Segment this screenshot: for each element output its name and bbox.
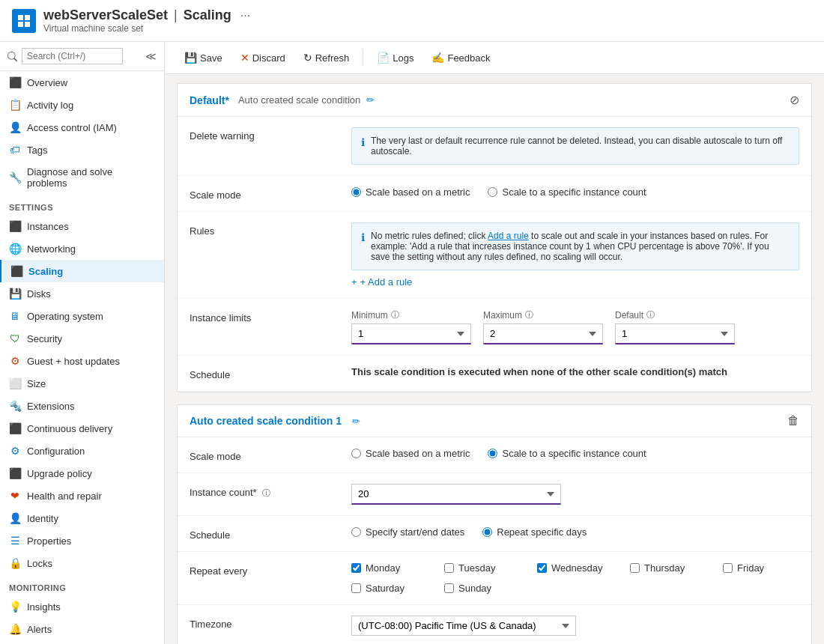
refresh-button[interactable]: ↻ Refresh [296,48,357,67]
sidebar-item-activity-log[interactable]: 📋 Activity log [0,94,164,116]
sidebar-item-upgrade-policy[interactable]: ⬛ Upgrade policy [0,462,164,484]
sidebar-item-diagnose[interactable]: 🔧 Diagnose and solve problems [0,161,164,194]
radio-specific-1[interactable] [488,187,497,197]
sidebar-item-disks[interactable]: 💾 Disks [0,282,164,305]
sidebar-item-label: Tags [27,145,47,156]
sidebar-item-label: Operating system [27,311,103,322]
saturday-label[interactable]: Saturday [351,583,426,594]
header-dots[interactable]: ··· [240,9,250,22]
tuesday-label[interactable]: Tuesday [444,562,519,574]
resource-name: webServerScaleSet [43,7,168,23]
sidebar-item-locks[interactable]: 🔒 Locks [0,552,164,574]
card1-subtitle: Auto created scale condition [238,94,360,106]
radio-metric-label-2[interactable]: Scale based on a metric [351,448,470,459]
radio-metric-1[interactable] [351,187,361,197]
sidebar-item-alerts[interactable]: 🔔 Alerts [0,618,164,640]
logs-icon: 📄 [377,52,390,64]
monday-checkbox[interactable] [351,563,361,573]
rules-label: Rules [190,222,339,237]
scale-condition-card-1: Default* Auto created scale condition ✏ … [177,83,812,392]
sidebar-item-label: Activity log [27,100,73,111]
min-select[interactable]: 123 [351,323,471,344]
page-header: webServerScaleSet | Scaling ··· Virtual … [0,0,824,42]
schedule-start-end-label[interactable]: Specify start/end dates [351,526,464,538]
sidebar-item-label: Size [27,378,46,389]
sunday-label[interactable]: Sunday [444,583,519,594]
default-group: Default ⓘ 12 [615,309,735,344]
sidebar-item-size[interactable]: ⬜ Size [0,372,164,395]
sunday-checkbox[interactable] [444,583,454,593]
upgrade-policy-icon: ⬛ [9,467,21,479]
sidebar-item-tags[interactable]: 🏷 Tags [0,139,164,161]
schedule-row-1: Schedule This scale condition is execute… [178,356,811,392]
card1-title: Default* [190,94,229,106]
sidebar-item-extensions[interactable]: 🔩 Extensions [0,395,164,417]
schedule-repeat-radio[interactable] [482,527,492,537]
discard-icon: ✕ [240,52,249,64]
instance-count-row: Instance count* ⓘ 20 [178,473,811,516]
sidebar-item-scaling[interactable]: ⬛ Scaling [0,260,164,282]
sidebar-item-health-repair[interactable]: ❤ Health and repair [0,484,164,507]
card1-edit-icon[interactable]: ✏ [366,94,375,106]
sidebar-item-properties[interactable]: ☰ Properties [0,529,164,552]
sidebar-item-configuration[interactable]: ⚙ Configuration [0,440,164,462]
thursday-checkbox[interactable] [630,563,640,573]
card2-edit-icon[interactable]: ✏ [352,416,360,427]
monday-label[interactable]: Monday [351,562,426,574]
saturday-checkbox[interactable] [351,583,361,593]
thursday-label[interactable]: Thursday [630,562,705,574]
feedback-button[interactable]: ✍ Feedback [424,48,497,67]
radio-metric-2[interactable] [351,449,361,458]
settings-section-header: Settings [0,194,164,215]
sidebar-item-label: Locks [27,558,52,569]
wednesday-checkbox[interactable] [537,563,547,573]
tuesday-checkbox[interactable] [444,563,454,573]
default-select[interactable]: 12 [615,323,735,344]
sidebar-item-metrics[interactable]: 📊 Metrics [0,640,164,644]
add-rule-link[interactable]: Add a rule [488,231,529,241]
sidebar-item-insights[interactable]: 💡 Insights [0,595,164,618]
radio-specific-label-1[interactable]: Scale to a specific instance count [488,186,646,198]
diagnose-icon: 🔧 [9,171,21,183]
radio-specific-2[interactable] [488,449,497,458]
save-button[interactable]: 💾 Save [177,48,230,67]
radio-specific-text-2: Scale to a specific instance count [502,448,646,459]
sidebar-item-guest-updates[interactable]: ⚙ Guest + host updates [0,350,164,372]
sidebar-item-instances[interactable]: ⬛ Instances [0,215,164,237]
max-select[interactable]: 234 [483,323,603,344]
sidebar-item-label: Configuration [27,446,85,457]
instance-count-select[interactable]: 20 [351,484,561,505]
sidebar-item-continuous-delivery[interactable]: ⬛ Continuous delivery [0,417,164,440]
sidebar-item-os[interactable]: 🖥 Operating system [0,305,164,327]
sidebar-item-iam[interactable]: 👤 Access control (IAM) [0,116,164,139]
schedule-repeat-label[interactable]: Repeat specific days [482,526,587,538]
card1-body: Delete warning ℹ The very last or defaul… [178,117,811,392]
logs-button[interactable]: 📄 Logs [369,48,421,67]
card1-close-icon[interactable]: ⊘ [790,93,799,107]
sidebar-item-overview[interactable]: ⬛ Overview [0,71,164,94]
collapse-sidebar-icon[interactable]: ≪ [145,50,157,62]
add-rule-button[interactable]: + + Add a rule [351,276,412,288]
insights-icon: 💡 [9,601,21,613]
timezone-select[interactable]: (UTC-08:00) Pacific Time (US & Canada) [351,616,576,636]
radio-specific-label-2[interactable]: Scale to a specific instance count [488,448,646,459]
locks-icon: 🔒 [9,557,21,569]
card2-delete-icon[interactable]: 🗑 [787,414,799,428]
overview-icon: ⬛ [9,76,21,88]
min-info-icon: ⓘ [391,309,399,321]
disks-icon: 💾 [9,288,21,300]
search-input[interactable] [22,48,123,64]
radio-metric-label-1[interactable]: Scale based on a metric [351,186,470,198]
max-group: Maximum ⓘ 234 [483,309,603,344]
schedule-start-end-radio[interactable] [351,527,361,537]
wednesday-label[interactable]: Wednesday [537,562,612,574]
sidebar-item-label: Identity [27,513,58,524]
friday-checkbox[interactable] [723,563,733,573]
sidebar-item-identity[interactable]: 👤 Identity [0,507,164,529]
sidebar-item-security[interactable]: 🛡 Security [0,327,164,350]
sidebar-item-networking[interactable]: 🌐 Networking [0,237,164,260]
friday-label[interactable]: Friday [723,562,798,574]
scale-mode-radio-group-1: Scale based on a metric Scale to a speci… [351,186,799,198]
discard-button[interactable]: ✕ Discard [233,48,293,67]
rules-info-icon: ℹ [361,231,365,262]
